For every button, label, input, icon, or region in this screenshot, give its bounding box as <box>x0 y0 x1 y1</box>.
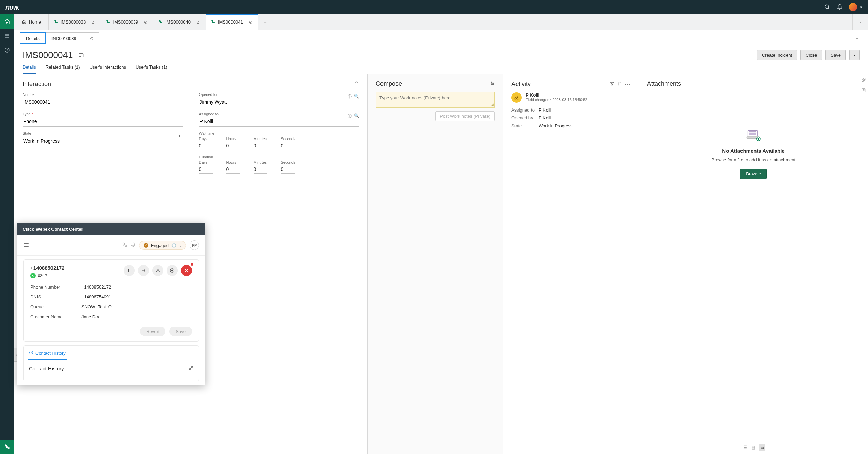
wx-key: Customer Name <box>30 314 81 319</box>
nav-list[interactable] <box>0 29 14 43</box>
post-notes-button[interactable]: Post Work notes (Private) <box>435 111 495 121</box>
user-avatar[interactable] <box>849 3 857 11</box>
wx-val: +14806754091 <box>81 294 111 299</box>
activity-key: Assigned to <box>511 107 539 113</box>
record-tab-user-interactions[interactable]: User's Interactions <box>90 64 126 74</box>
view-list-icon[interactable]: ☰ <box>742 444 748 451</box>
assigned-to-input[interactable] <box>199 117 359 127</box>
expand-icon[interactable] <box>189 366 193 371</box>
contact-history-tab[interactable]: Contact History <box>28 348 67 360</box>
template-icon[interactable] <box>861 88 866 94</box>
search-icon[interactable] <box>824 4 830 10</box>
dropdown-caret-icon[interactable]: ▼ <box>178 134 181 138</box>
tabstrip-more-icon[interactable]: ⋯ <box>852 14 868 30</box>
record-tabs: Details Related Tasks (1) User's Interac… <box>14 62 868 74</box>
info-icon[interactable]: ⓘ <box>348 94 352 100</box>
lookup-icon[interactable]: 🔍 <box>354 113 359 119</box>
webex-phone-icon[interactable] <box>122 242 127 248</box>
tab-close-icon[interactable]: ⊘ <box>143 19 148 25</box>
left-rail <box>0 14 14 454</box>
lookup-icon[interactable]: 🔍 <box>354 94 359 100</box>
transfer-button[interactable] <box>138 265 149 276</box>
end-call-button[interactable] <box>181 265 192 276</box>
user-menu-caret-icon[interactable]: ▼ <box>860 6 863 9</box>
dur-days[interactable]: 0 <box>199 165 213 174</box>
browse-button[interactable]: Browse <box>740 169 766 179</box>
phone-icon <box>54 19 58 25</box>
record-tab-related[interactable]: Related Tasks (1) <box>46 64 80 74</box>
panel-title: Activity <box>511 80 531 88</box>
record-badge-icon[interactable] <box>78 50 84 60</box>
tab-home-label: Home <box>29 19 41 25</box>
wait-minutes[interactable]: 0 <box>254 142 267 150</box>
bell-icon[interactable] <box>837 4 843 10</box>
state-label: State <box>23 131 183 135</box>
subtab-incident[interactable]: INC0010039 ⊘ <box>46 32 99 44</box>
record-tab-user-tasks[interactable]: User's Tasks (1) <box>136 64 167 74</box>
view-grid-icon[interactable]: ▦ <box>750 444 757 451</box>
subtab-close-icon[interactable]: ⊘ <box>90 36 94 41</box>
webex-menu-icon[interactable] <box>23 242 29 249</box>
tab-close-icon[interactable]: ⊘ <box>90 19 96 25</box>
type-label: Type * <box>23 112 183 116</box>
panel-activity: Activity ⋯ P Kolli Field cha <box>503 74 639 454</box>
wx-key: Phone Number <box>30 284 81 290</box>
webex-user-avatar[interactable]: PP <box>190 240 199 250</box>
tab-close-icon[interactable]: ⊘ <box>248 19 253 25</box>
tab-close-icon[interactable]: ⊘ <box>195 19 201 25</box>
consult-button[interactable] <box>152 265 163 276</box>
resize-handle-icon[interactable]: ◢ <box>491 103 494 106</box>
nav-phone[interactable] <box>0 440 14 454</box>
subtab-details[interactable]: Details <box>20 32 46 44</box>
view-card-icon[interactable]: ▭ <box>759 444 765 451</box>
tab-ims-1[interactable]: IMS0000039 ⊘ <box>101 14 153 30</box>
state-select[interactable] <box>23 136 183 146</box>
webex-revert-button[interactable]: Revert <box>140 327 165 336</box>
tab-add-button[interactable]: + <box>258 14 272 30</box>
info-icon[interactable]: ⓘ <box>348 113 352 119</box>
dur-minutes[interactable]: 0 <box>254 165 267 174</box>
hold-button[interactable] <box>124 265 135 276</box>
wait-days[interactable]: 0 <box>199 142 213 150</box>
collapse-icon[interactable]: ⌃ <box>354 80 359 88</box>
subtabs: Details INC0010039 ⊘ ⋯ <box>14 30 868 46</box>
more-icon[interactable]: ⋯ <box>624 80 630 88</box>
record-button[interactable] <box>167 265 178 276</box>
wx-val: +14088502172 <box>81 284 111 290</box>
sort-icon[interactable] <box>617 80 622 88</box>
dur-seconds[interactable]: 0 <box>281 165 296 174</box>
end-call-badge-icon <box>190 262 194 266</box>
tab-label: IMS0000039 <box>113 19 138 25</box>
work-notes-input[interactable]: Type your Work notes (Private) here ◢ <box>376 92 495 108</box>
tab-label: IMS0000041 <box>218 19 243 25</box>
create-incident-button[interactable]: Create Incident <box>757 50 797 60</box>
tab-home[interactable]: Home <box>14 14 49 30</box>
compose-settings-icon[interactable] <box>490 80 495 87</box>
opened-for-input[interactable] <box>199 97 359 107</box>
tab-ims-3[interactable]: IMS0000041 ⊘ <box>206 14 258 30</box>
webex-bell-icon[interactable] <box>131 242 136 248</box>
record-more-button[interactable]: ⋯ <box>849 50 860 60</box>
webex-save-button[interactable]: Save <box>169 327 192 336</box>
dur-hours[interactable]: 0 <box>226 165 240 174</box>
webex-titlebar[interactable]: Cisco Webex Contact Center <box>17 223 205 235</box>
nav-home[interactable] <box>0 14 14 29</box>
wait-hours[interactable]: 0 <box>226 142 240 150</box>
subtabs-more-icon[interactable]: ⋯ <box>853 36 863 41</box>
webex-status-dropdown[interactable]: ✓ Engaged 🕐 ⌄ <box>139 241 186 250</box>
wait-seconds[interactable]: 0 <box>281 142 296 150</box>
type-input[interactable] <box>23 117 183 127</box>
record-tab-details[interactable]: Details <box>23 64 36 74</box>
tab-ims-2[interactable]: IMS0000040 ⊘ <box>153 14 206 30</box>
tab-ims-0[interactable]: IMS0000038 ⊘ <box>49 14 101 30</box>
nav-history[interactable] <box>0 43 14 57</box>
call-timer: 02:17 <box>38 274 47 278</box>
close-button[interactable]: Close <box>800 50 822 60</box>
number-input[interactable] <box>23 97 183 107</box>
call-active-icon <box>30 273 36 278</box>
filter-icon[interactable] <box>610 80 614 88</box>
attachment-clip-icon[interactable] <box>861 77 866 83</box>
save-button[interactable]: Save <box>825 50 846 60</box>
record-header: IMS0000041 Create Incident Close Save ⋯ <box>14 46 868 62</box>
panel-compose: Compose Type your Work notes (Private) h… <box>368 74 503 454</box>
